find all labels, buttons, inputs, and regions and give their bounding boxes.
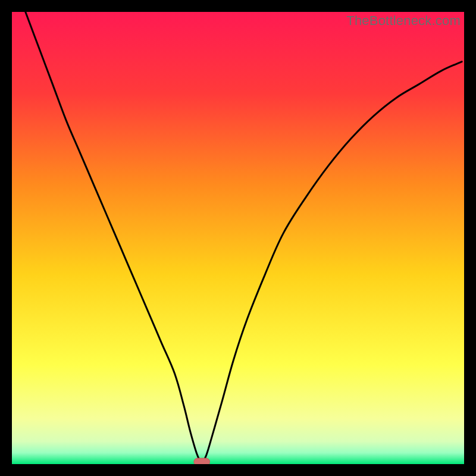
chart-frame: TheBottleneck.com <box>12 12 464 464</box>
watermark-text: TheBottleneck.com <box>346 13 461 29</box>
optimal-marker <box>194 458 210 464</box>
gradient-background <box>12 12 464 464</box>
bottleneck-chart <box>12 12 464 464</box>
